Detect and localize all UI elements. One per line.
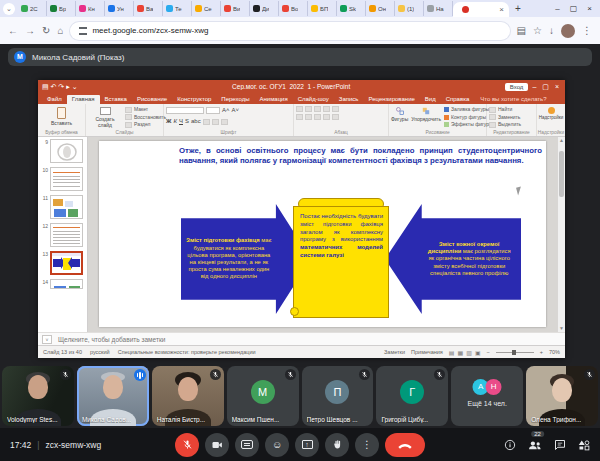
- char-spacing-icon[interactable]: [203, 119, 210, 125]
- ppt-restore-button[interactable]: ▢: [542, 83, 549, 91]
- mic-toggle-button[interactable]: [175, 433, 199, 457]
- ribbon-tab-animations[interactable]: Анимация: [255, 95, 293, 104]
- active-meet-tab[interactable]: ×: [453, 2, 509, 17]
- shapes-button[interactable]: Фигуры: [391, 106, 408, 128]
- underline-button[interactable]: Ч: [179, 117, 183, 126]
- shrink-font-icon[interactable]: A˅: [232, 106, 240, 115]
- zoom-in-button[interactable]: +: [540, 349, 543, 355]
- align-center-icon[interactable]: [305, 114, 312, 120]
- current-slide[interactable]: Отже, в основі освітнього процесу має бу…: [99, 141, 546, 327]
- download-icon[interactable]: ↓: [549, 25, 554, 36]
- reading-view-icon[interactable]: ▥: [466, 349, 472, 356]
- section-button[interactable]: Раздел: [125, 121, 166, 129]
- slide-thumb-12[interactable]: 12: [40, 223, 87, 247]
- select-button[interactable]: Выделить: [489, 121, 534, 129]
- shadow-button[interactable]: S: [185, 117, 189, 126]
- browser-tab[interactable]: Во: [279, 1, 308, 16]
- bullets-icon[interactable]: [296, 106, 303, 112]
- browser-menu-icon[interactable]: ⋮: [582, 25, 592, 36]
- slide-sorter-icon[interactable]: ▦: [458, 349, 464, 356]
- new-tab-button[interactable]: +: [515, 3, 521, 14]
- ppt-scrollbar[interactable]: ▲▼: [557, 137, 565, 332]
- replace-button[interactable]: Заменить: [489, 114, 534, 122]
- ribbon-tab-file[interactable]: Файл: [42, 95, 67, 104]
- browser-tab[interactable]: Кн: [76, 1, 105, 16]
- ribbon-tab-draw[interactable]: Рисование: [132, 95, 172, 104]
- indent-decrease-icon[interactable]: [314, 106, 321, 112]
- captions-button[interactable]: [235, 433, 259, 457]
- slide-thumb-11[interactable]: 11: [40, 195, 87, 219]
- ribbon-tab-insert[interactable]: Вставка: [100, 95, 132, 104]
- font-name-box[interactable]: [166, 107, 204, 114]
- ppt-minimize-button[interactable]: –: [532, 83, 536, 91]
- find-button[interactable]: Найти: [489, 106, 534, 114]
- meeting-details-icon[interactable]: [504, 439, 516, 451]
- addins-button[interactable]: Надстройки: [539, 106, 563, 120]
- align-left-icon[interactable]: [296, 114, 303, 120]
- italic-button[interactable]: К: [173, 117, 177, 126]
- line-spacing-icon[interactable]: [332, 106, 339, 112]
- zoom-slider-knob[interactable]: [512, 350, 516, 355]
- window-minimize-button[interactable]: –: [555, 4, 559, 13]
- notes-collapse-button[interactable]: ˅: [42, 335, 52, 344]
- ribbon-tab-help[interactable]: Справка: [441, 95, 475, 104]
- ppt-notes-bar[interactable]: ˅ Щелкните, чтобы добавить заметки: [38, 332, 565, 345]
- browser-tab[interactable]: Ва: [134, 1, 163, 16]
- window-maximize-button[interactable]: ▢: [570, 4, 578, 13]
- bold-button[interactable]: Ж: [166, 117, 171, 126]
- end-call-button[interactable]: [385, 433, 425, 457]
- font-color-icon[interactable]: [221, 119, 228, 125]
- ppt-signin-button[interactable]: Вход: [505, 83, 529, 91]
- more-participants-tile[interactable]: АН Ещё 14 чел.: [451, 366, 523, 426]
- participant-tile[interactable]: Г Григорій Цибу...: [376, 366, 448, 426]
- reload-icon[interactable]: ↻: [42, 25, 50, 36]
- bookmark-star-icon[interactable]: ☆: [533, 25, 542, 36]
- normal-view-icon[interactable]: ▤: [449, 349, 455, 356]
- browser-tab[interactable]: Те: [163, 1, 192, 16]
- ribbon-tab-view[interactable]: Вид: [420, 95, 441, 104]
- zoom-slider[interactable]: [496, 352, 534, 353]
- reset-button[interactable]: Восстановить: [125, 114, 166, 122]
- comments-toggle[interactable]: Примечания: [411, 349, 443, 355]
- font-size-box[interactable]: [206, 107, 220, 114]
- browser-tab[interactable]: На: [424, 1, 453, 16]
- browser-tab[interactable]: Ди: [250, 1, 279, 16]
- tell-me-search[interactable]: Что вы хотите сделать?: [480, 96, 546, 104]
- ribbon-tab-review[interactable]: Рецензирование: [363, 95, 419, 104]
- scrollbar-thumb[interactable]: [559, 151, 564, 197]
- language-indicator[interactable]: русский: [90, 349, 110, 355]
- zoom-percent[interactable]: 70%: [549, 349, 560, 355]
- ribbon-tab-slideshow[interactable]: Слайд-шоу: [293, 95, 334, 104]
- tab-close-icon[interactable]: ×: [499, 5, 504, 14]
- activities-icon[interactable]: [578, 439, 590, 451]
- shape-outline-button[interactable]: Контур фигуры: [444, 114, 493, 122]
- right-arrow-shape[interactable]: Зміст кожної окремої дисципліни має розг…: [385, 204, 521, 314]
- site-info-icon[interactable]: [79, 27, 87, 35]
- browser-tab[interactable]: Бр: [47, 1, 76, 16]
- browser-tab[interactable]: Sk: [337, 1, 366, 16]
- ppt-close-button[interactable]: ×: [555, 83, 559, 91]
- browser-tab[interactable]: Ун: [105, 1, 134, 16]
- browser-tab[interactable]: Се: [192, 1, 221, 16]
- strikethrough-button[interactable]: abc: [191, 117, 201, 126]
- grow-font-icon[interactable]: A˄: [222, 106, 230, 115]
- slide-thumb-13-current[interactable]: 13: [40, 251, 87, 275]
- ribbon-tab-home[interactable]: Главная: [67, 95, 100, 104]
- ribbon-tab-transitions[interactable]: Переходы: [216, 95, 254, 104]
- layout-button[interactable]: Макет: [125, 106, 166, 114]
- raise-hand-button[interactable]: [325, 433, 349, 457]
- zoom-out-button[interactable]: −: [487, 349, 490, 355]
- browser-tab[interactable]: Ви: [221, 1, 250, 16]
- browser-tab[interactable]: (1): [395, 1, 424, 16]
- camera-toggle-button[interactable]: [205, 433, 229, 457]
- back-icon[interactable]: ←: [8, 25, 18, 36]
- notes-toggle[interactable]: Заметки: [384, 349, 405, 355]
- reactions-button[interactable]: ☺: [265, 433, 289, 457]
- change-case-icon[interactable]: [212, 119, 219, 125]
- numbering-icon[interactable]: [305, 106, 312, 112]
- browser-tab[interactable]: 2С: [18, 1, 47, 16]
- columns-icon[interactable]: [332, 114, 339, 120]
- quick-access-toolbar[interactable]: ▤ ↶ ↷ ▸ ⌄: [42, 83, 78, 91]
- new-slide-button[interactable]: Создать слайд: [88, 106, 122, 128]
- participant-tile-speaking[interactable]: Микола Садов...: [77, 366, 149, 426]
